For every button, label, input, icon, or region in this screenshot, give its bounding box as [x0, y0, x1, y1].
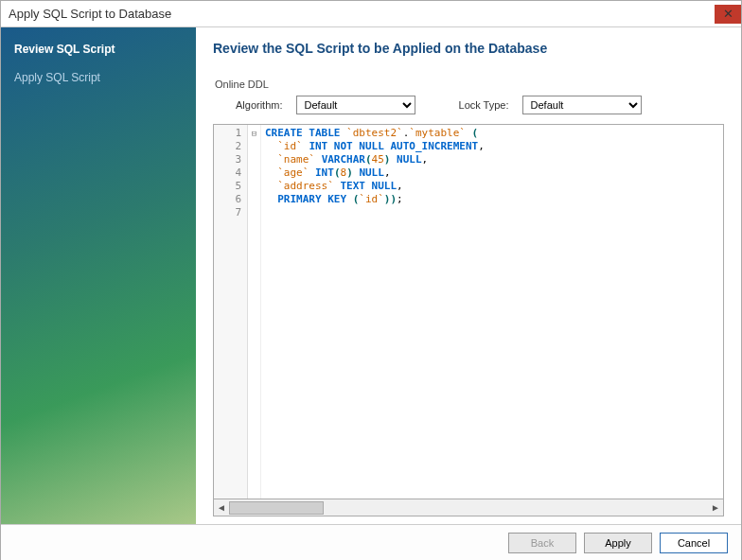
locktype-select[interactable]: Default	[522, 96, 642, 114]
step-review-sql[interactable]: Review SQL Script	[1, 35, 196, 63]
titlebar: Apply SQL Script to Database ✕	[1, 1, 741, 27]
fold-column: ⊟	[248, 125, 261, 499]
apply-button[interactable]: Apply	[584, 533, 652, 553]
step-apply-sql[interactable]: Apply SQL Script	[1, 63, 196, 92]
algorithm-label: Algorithm:	[236, 99, 283, 111]
scroll-thumb[interactable]	[229, 501, 324, 515]
ddl-row: Algorithm: Default Lock Type: Default	[213, 90, 724, 114]
main-panel: Review the SQL Script to be Applied on t…	[196, 27, 741, 524]
scroll-left-icon[interactable]: ◄	[214, 500, 229, 516]
algorithm-select[interactable]: Default	[296, 96, 415, 114]
locktype-label: Lock Type:	[459, 99, 509, 111]
ddl-legend: Online DDL	[213, 79, 271, 90]
wizard-sidebar: Review SQL Script Apply SQL Script	[1, 27, 196, 524]
dialog-window: Apply SQL Script to Database ✕ Review SQ…	[0, 0, 742, 560]
fold-marker-icon[interactable]: ⊟	[248, 127, 260, 140]
window-title: Apply SQL Script to Database	[9, 7, 171, 21]
page-title: Review the SQL Script to be Applied on t…	[213, 41, 724, 56]
close-icon: ✕	[723, 7, 733, 21]
online-ddl-group: Online DDL Algorithm: Default Lock Type:…	[213, 79, 724, 114]
sql-editor[interactable]: 1234567 ⊟ CREATE TABLE `dbtest2`.`mytabl…	[213, 124, 724, 499]
scroll-right-icon[interactable]: ►	[708, 500, 723, 516]
scroll-track[interactable]	[229, 500, 708, 516]
back-button: Back	[508, 533, 576, 553]
dialog-body: Review SQL Script Apply SQL Script Revie…	[1, 27, 741, 524]
close-button[interactable]: ✕	[715, 5, 741, 24]
horizontal-scrollbar[interactable]: ◄ ►	[213, 499, 724, 516]
code-area[interactable]: CREATE TABLE `dbtest2`.`mytable` ( `id` …	[261, 125, 723, 499]
line-gutter: 1234567	[214, 125, 248, 499]
dialog-footer: Back Apply Cancel	[1, 524, 741, 560]
cancel-button[interactable]: Cancel	[660, 533, 728, 553]
